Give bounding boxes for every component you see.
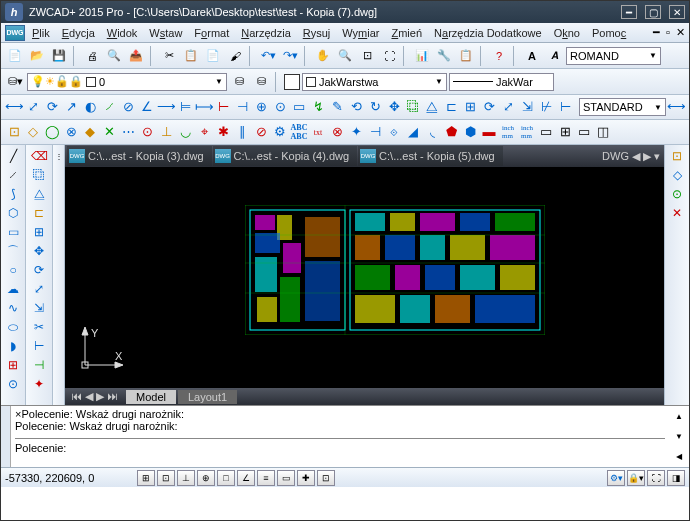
- point-icon[interactable]: ⊙: [4, 376, 22, 392]
- doc-tab-5[interactable]: DWGC:\...est - Kopia (5).dwg: [358, 146, 503, 166]
- inspect-icon[interactable]: ▭: [290, 98, 308, 116]
- cmd-prompt[interactable]: Polecenie:: [15, 438, 665, 454]
- m-explode-icon[interactable]: ✦: [30, 376, 48, 392]
- text-icon[interactable]: txt: [309, 123, 327, 141]
- pan-button[interactable]: ✋: [313, 46, 333, 66]
- tool3-icon[interactable]: ▬: [480, 123, 498, 141]
- dimstyle-dropdown[interactable]: STANDARD▼: [579, 98, 666, 116]
- r-tool3-icon[interactable]: ⊙: [668, 186, 686, 202]
- workspace-button[interactable]: ⚙▾: [607, 470, 625, 486]
- dim-jog-icon[interactable]: ⟋: [100, 98, 118, 116]
- text-tool-button[interactable]: 𝘼: [544, 46, 564, 66]
- zoom-window-button[interactable]: ⊡: [357, 46, 377, 66]
- m-mirror-icon[interactable]: ⧋: [30, 186, 48, 202]
- dyn-button[interactable]: ✚: [297, 470, 315, 486]
- revcloud-icon[interactable]: ☁: [4, 281, 22, 297]
- menu-narzedzia[interactable]: Narzędzia: [236, 25, 296, 41]
- maximize-button[interactable]: ▢: [645, 5, 661, 19]
- dwg-icon[interactable]: DWG: [5, 25, 25, 41]
- offset-icon[interactable]: ⊏: [442, 98, 460, 116]
- extend-icon[interactable]: ⊢: [556, 98, 574, 116]
- close-button[interactable]: ✕: [669, 5, 685, 19]
- tab-prev-icon[interactable]: ◀: [632, 150, 640, 163]
- m-move-icon[interactable]: ✥: [30, 243, 48, 259]
- menu-wstaw[interactable]: Wstaw: [144, 25, 187, 41]
- help-button[interactable]: ?: [489, 46, 509, 66]
- dim-update-icon[interactable]: ↻: [366, 98, 384, 116]
- view4-icon[interactable]: ◫: [594, 123, 612, 141]
- m-trim-icon[interactable]: ✂: [30, 319, 48, 335]
- erase-icon[interactable]: ⊗: [328, 123, 346, 141]
- ellipse-icon[interactable]: ⬭: [4, 319, 22, 335]
- block-icon[interactable]: ⊞: [4, 357, 22, 373]
- layout-first-icon[interactable]: ⏮: [71, 390, 82, 403]
- dim-break-icon[interactable]: ⊣: [233, 98, 251, 116]
- inch-icon[interactable]: inchmm: [518, 123, 536, 141]
- tolerance-icon[interactable]: ⊕: [252, 98, 270, 116]
- join-icon[interactable]: ⟐: [385, 123, 403, 141]
- cycling-button[interactable]: ⊡: [317, 470, 335, 486]
- line-icon[interactable]: ╱: [4, 148, 22, 164]
- tool1-icon[interactable]: ⬟: [442, 123, 460, 141]
- ellipse-arc-icon[interactable]: ◗: [4, 338, 22, 354]
- dim-edit-icon[interactable]: ✎: [328, 98, 346, 116]
- m-rotate-icon[interactable]: ⟳: [30, 262, 48, 278]
- cmd-scroll-down-icon[interactable]: ▼: [675, 432, 683, 441]
- dim-ordinate-icon[interactable]: ↗: [62, 98, 80, 116]
- design-button[interactable]: 🔧: [434, 46, 454, 66]
- open-button[interactable]: 📂: [27, 46, 47, 66]
- menu-plik[interactable]: Plik: [27, 25, 55, 41]
- snap-near-icon[interactable]: ⌖: [195, 123, 213, 141]
- view2-icon[interactable]: ⊞: [556, 123, 574, 141]
- mdi-restore-button[interactable]: ▫: [666, 26, 670, 39]
- layer-prev-button[interactable]: ⛁: [251, 72, 271, 92]
- dim-radius-icon[interactable]: ◐: [81, 98, 99, 116]
- layer-state-button[interactable]: ⛁: [229, 72, 249, 92]
- lwt-button[interactable]: ≡: [257, 470, 275, 486]
- font-dropdown[interactable]: ROMAND▼: [566, 47, 661, 65]
- arc-icon[interactable]: ⌒: [4, 243, 22, 259]
- dim-continue-icon[interactable]: ⟼: [195, 98, 213, 116]
- osnap-button[interactable]: □: [217, 470, 235, 486]
- snap-int-icon[interactable]: ✕: [100, 123, 118, 141]
- move-icon[interactable]: ✥: [385, 98, 403, 116]
- circle-icon[interactable]: ○: [4, 262, 22, 278]
- m-break-icon[interactable]: ⊣: [30, 357, 48, 373]
- linetype-dropdown[interactable]: JakWar: [449, 73, 554, 91]
- scale-icon[interactable]: ⤢: [499, 98, 517, 116]
- layout-next-icon[interactable]: ▶: [96, 390, 104, 403]
- doc-tab-4[interactable]: DWGC:\...est - Kopia (4).dwg: [213, 146, 358, 166]
- snap-tan-icon[interactable]: ◡: [176, 123, 194, 141]
- dim-quick-icon[interactable]: ⟶: [157, 98, 175, 116]
- layout-last-icon[interactable]: ⏭: [107, 390, 118, 403]
- layout-tab-layout1[interactable]: Layout1: [178, 390, 237, 404]
- drawing-canvas[interactable]: DWGC:\...est - Kopia (3).dwg DWGC:\...es…: [65, 145, 664, 405]
- r-tool4-icon[interactable]: ✕: [668, 205, 686, 221]
- zoom-extents-button[interactable]: ⛶: [379, 46, 399, 66]
- dim-baseline-icon[interactable]: ⊨: [176, 98, 194, 116]
- preview-button[interactable]: 🔍: [104, 46, 124, 66]
- paste-button[interactable]: 📄: [203, 46, 223, 66]
- new-button[interactable]: 📄: [5, 46, 25, 66]
- mm-icon[interactable]: inchmm: [499, 123, 517, 141]
- snap-ext-icon[interactable]: ⋯: [119, 123, 137, 141]
- menu-okno[interactable]: Okno: [549, 25, 585, 41]
- snap-par-icon[interactable]: ∥: [233, 123, 251, 141]
- grid-button[interactable]: ⊡: [157, 470, 175, 486]
- copy-icon[interactable]: ⿻: [404, 98, 422, 116]
- layer-dropdown[interactable]: 💡☀🔓🔒 0▼: [27, 73, 227, 91]
- dim-space-icon[interactable]: ⊢: [214, 98, 232, 116]
- dimstyle-button[interactable]: ⟷: [667, 98, 685, 116]
- tool2-icon[interactable]: ⬢: [461, 123, 479, 141]
- undo-button[interactable]: ↶▾: [258, 46, 278, 66]
- explode-icon[interactable]: ✦: [347, 123, 365, 141]
- menu-rysuj[interactable]: Rysuj: [298, 25, 336, 41]
- snap-end-icon[interactable]: ⊡: [5, 123, 23, 141]
- dim-arc-icon[interactable]: ⟳: [43, 98, 61, 116]
- break-icon[interactable]: ⊣: [366, 123, 384, 141]
- snap-app-icon[interactable]: ✱: [214, 123, 232, 141]
- lineweight-dropdown[interactable]: JakWarstwa▼: [302, 73, 447, 91]
- snap-center-icon[interactable]: ◯: [43, 123, 61, 141]
- snap-node-icon[interactable]: ⊗: [62, 123, 80, 141]
- save-button[interactable]: 💾: [49, 46, 69, 66]
